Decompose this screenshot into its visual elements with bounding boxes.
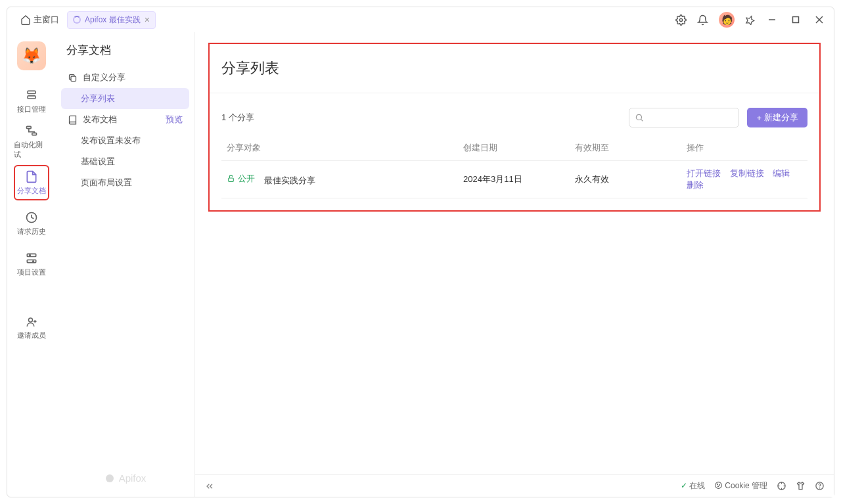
loading-icon (73, 16, 81, 24)
footer: ✓ 在线 Cookie 管理 (195, 474, 834, 497)
td-actions: 打开链接 复制链接 编辑 删除 (681, 161, 807, 198)
sidebar-item-label: 分享列表 (81, 93, 115, 104)
svg-point-0 (679, 18, 682, 21)
bell-icon[interactable] (697, 14, 708, 26)
td-expire: 永久有效 (570, 167, 681, 192)
document-share-icon (25, 170, 38, 183)
search-input[interactable] (629, 108, 739, 127)
database-icon (25, 89, 38, 102)
target-icon[interactable] (777, 481, 786, 491)
nav-history[interactable]: 请求历史 (14, 206, 49, 241)
maximize-icon[interactable] (789, 13, 802, 26)
nav-api-management[interactable]: 接口管理 (14, 83, 49, 119)
share-count: 1 个分享 (221, 112, 254, 124)
avatar[interactable]: 🧑 (719, 12, 735, 28)
nav-rail: 🦊 接口管理 自动化测试 分享文档 (7, 32, 56, 497)
svg-point-22 (716, 482, 722, 489)
sidebar-share-list[interactable]: 分享列表 (61, 88, 189, 109)
minimize-icon[interactable] (765, 13, 779, 26)
check-icon: ✓ (681, 481, 687, 490)
svg-rect-6 (28, 95, 35, 98)
svg-rect-2 (793, 17, 799, 23)
nav-label: 邀请成员 (17, 331, 46, 340)
svg-point-25 (717, 486, 718, 487)
cookie-manage[interactable]: Cookie 管理 (714, 480, 767, 492)
sidebar-layout-settings[interactable]: 页面布局设置 (61, 172, 189, 193)
sidebar-item-label: 页面布局设置 (81, 177, 132, 189)
toolbar: 1 个分享 + 新建分享 (210, 93, 819, 135)
nav-label: 分享文档 (17, 186, 46, 196)
svg-line-20 (641, 120, 643, 122)
nav-share-doc[interactable]: 分享文档 (14, 165, 49, 200)
preview-link[interactable]: 预览 (166, 114, 183, 126)
svg-rect-10 (27, 254, 35, 256)
sidebar-custom-share[interactable]: 自定义分享 (61, 67, 189, 88)
action-copy[interactable]: 复制链接 (730, 168, 764, 178)
table-row: 公开 最佳实践分享 2024年3月11日 永久有效 打开链接 复制链接 编辑 删… (221, 161, 807, 198)
copy-icon (68, 73, 78, 83)
home-button[interactable]: 主窗口 (15, 11, 64, 28)
nav-label: 自动化测试 (14, 140, 49, 160)
share-name: 最佳实践分享 (264, 175, 315, 185)
sidebar-item-label: 自定义分享 (83, 72, 125, 83)
th-created: 创建日期 (458, 135, 570, 160)
svg-rect-5 (28, 91, 35, 93)
svg-rect-11 (27, 260, 35, 262)
visibility-badge: 公开 (227, 173, 255, 185)
svg-rect-21 (229, 178, 234, 181)
sidebar-publish-doc[interactable]: 发布文档 预览 (61, 109, 189, 130)
svg-point-13 (33, 260, 34, 262)
th-target: 分享对象 (221, 135, 458, 160)
flow-icon (25, 124, 38, 137)
th-expire: 有效期至 (570, 135, 681, 160)
unlock-icon (227, 174, 235, 183)
shirt-icon[interactable] (796, 481, 806, 491)
share-table: 分享对象 创建日期 有效期至 操作 公开 最佳实践分享 (221, 135, 807, 198)
help-icon[interactable] (815, 481, 825, 491)
sidebar-item-label: 发布文档 (83, 114, 117, 126)
svg-point-12 (30, 254, 31, 256)
action-open[interactable]: 打开链接 (687, 168, 721, 178)
action-edit[interactable]: 编辑 (773, 168, 790, 178)
window-close-icon[interactable] (813, 13, 826, 26)
nav-label: 接口管理 (17, 104, 46, 114)
th-actions: 操作 (681, 135, 807, 160)
home-icon (20, 14, 31, 25)
cookie-icon (714, 481, 723, 490)
svg-point-23 (717, 484, 717, 484)
search-icon (635, 113, 644, 122)
nav-automation[interactable]: 自动化测试 (14, 124, 49, 160)
sidebar-publish-settings[interactable]: 发布设置 未发布 (61, 130, 189, 151)
svg-point-14 (29, 318, 33, 322)
sidebar-item-label: 发布设置 (81, 135, 115, 147)
sidebar-item-label: 基础设置 (81, 156, 115, 168)
svg-rect-17 (71, 76, 76, 81)
svg-point-32 (819, 488, 820, 488)
tab-apifox[interactable]: Apifox 最佳实践 × (67, 11, 156, 29)
home-label: 主窗口 (34, 14, 59, 26)
close-icon[interactable]: × (145, 15, 150, 24)
table-header: 分享对象 创建日期 有效期至 操作 (221, 135, 807, 161)
topbar: 主窗口 Apifox 最佳实践 × 🧑 (7, 7, 834, 32)
svg-point-24 (719, 484, 720, 485)
action-delete[interactable]: 删除 (687, 180, 704, 190)
highlight-box: 分享列表 1 个分享 + 新建分享 分享对象 创建日期 (208, 43, 821, 212)
plus-icon: + (756, 113, 761, 123)
page-title: 分享列表 (210, 44, 819, 93)
settings-icon[interactable] (675, 14, 687, 26)
nav-invite[interactable]: 邀请成员 (14, 316, 49, 340)
svg-point-19 (637, 114, 642, 120)
sidebar-basic-settings[interactable]: 基础设置 (61, 151, 189, 172)
collapse-icon[interactable] (204, 481, 215, 492)
pin-icon[interactable] (745, 15, 755, 25)
sub-sidebar: 分享文档 自定义分享 分享列表 发布文档 预览 发布设置 未发布 基础设置 页面… (56, 32, 195, 497)
app-logo[interactable]: 🦊 (17, 41, 46, 70)
book-icon (68, 115, 78, 125)
sliders-icon (25, 252, 38, 265)
new-share-button[interactable]: + 新建分享 (747, 108, 807, 127)
svg-point-18 (106, 474, 114, 482)
nav-project-settings[interactable]: 项目设置 (14, 246, 49, 282)
tab-label: Apifox 最佳实践 (85, 14, 141, 26)
sidebar-title: 分享文档 (61, 43, 189, 67)
unpublished-badge: 未发布 (115, 135, 141, 147)
